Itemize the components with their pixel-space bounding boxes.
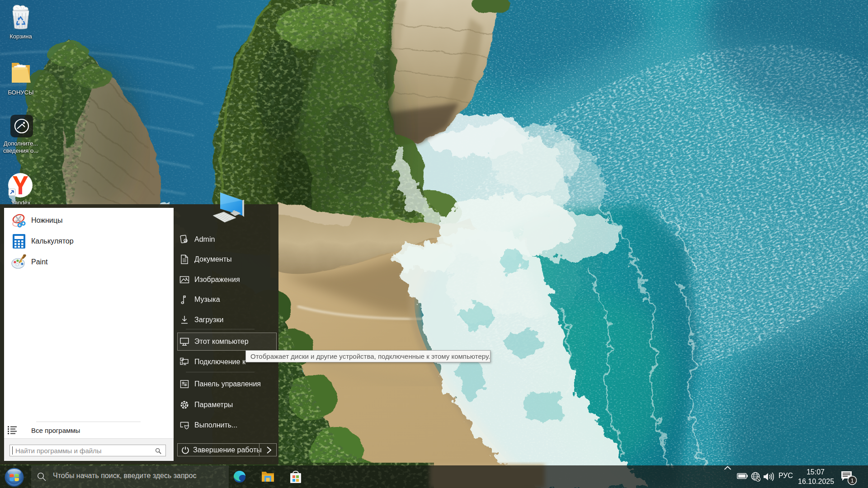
svg-text:1: 1 [850, 477, 854, 484]
